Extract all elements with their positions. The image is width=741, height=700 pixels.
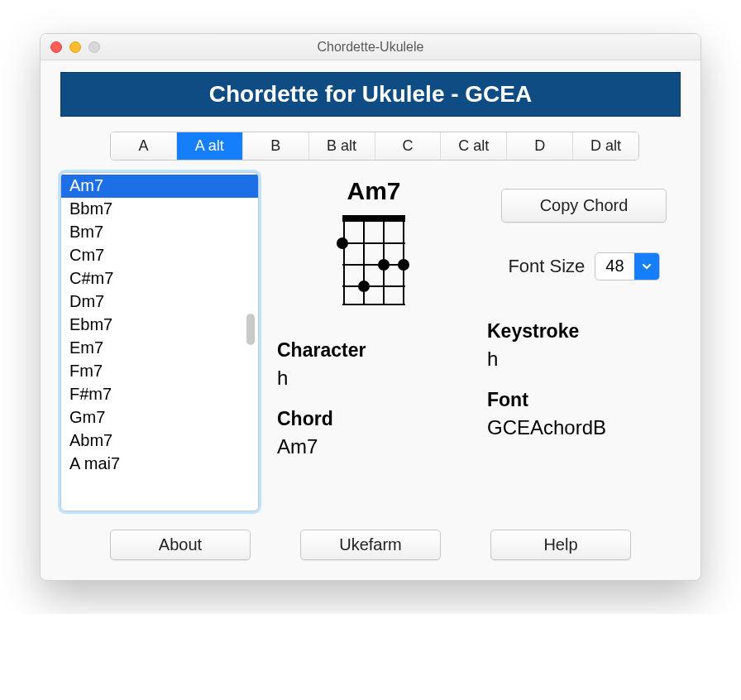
window-title: Chordette-Ukulele (41, 40, 700, 55)
list-item[interactable]: A mai7 (61, 453, 258, 476)
zoom-icon[interactable] (88, 41, 100, 53)
list-item[interactable]: Em7 (61, 337, 258, 360)
tab-d[interactable]: D (507, 132, 573, 160)
font-value: GCEAchordB (487, 416, 681, 439)
list-item[interactable]: Am7 (61, 175, 258, 198)
ukefarm-button[interactable]: Ukefarm (300, 530, 441, 560)
character-label: Character (277, 339, 471, 362)
keystroke-value: h (487, 348, 681, 371)
font-size-row: Font Size 48 (508, 252, 659, 280)
font-size-select[interactable]: 48 (595, 252, 659, 280)
chevron-down-icon (634, 253, 659, 280)
app-banner: Chordette for Ukulele - GCEA (60, 72, 681, 117)
chord-diagram (334, 209, 414, 311)
about-button[interactable]: About (110, 530, 251, 560)
help-button[interactable]: Help (490, 530, 631, 560)
svg-point-10 (378, 259, 390, 271)
list-item[interactable]: Ebm7 (61, 314, 258, 337)
scrollbar-thumb[interactable] (246, 314, 255, 345)
character-value: h (277, 367, 471, 390)
chord-label: Chord (277, 408, 471, 430)
svg-point-11 (398, 259, 409, 271)
svg-rect-0 (342, 215, 405, 222)
chord-tabs: AA altBB altCC altDD alt (110, 132, 639, 161)
close-icon[interactable] (50, 41, 62, 53)
list-item[interactable]: Gm7 (61, 406, 258, 429)
titlebar: Chordette-Ukulele (41, 34, 700, 60)
list-item[interactable]: Bbm7 (61, 198, 258, 221)
window-controls (41, 41, 100, 53)
right-panel: Am7 (277, 172, 681, 511)
minimize-icon[interactable] (69, 41, 81, 53)
tab-c-alt[interactable]: C alt (441, 132, 507, 160)
font-size-value: 48 (595, 253, 633, 280)
list-item[interactable]: Cm7 (61, 244, 258, 267)
chord-value: Am7 (277, 435, 471, 458)
copy-chord-button[interactable]: Copy Chord (501, 189, 667, 223)
tab-a-alt[interactable]: A alt (177, 132, 243, 160)
chord-name-label: Am7 (347, 177, 400, 205)
controls-column: Copy Chord Font Size 48 Keystroke (487, 172, 681, 511)
tab-c[interactable]: C (375, 132, 442, 160)
tab-b[interactable]: B (243, 132, 309, 160)
chord-listbox[interactable]: Am7Bbm7Bm7Cm7C#m7Dm7Ebm7Em7Fm7F#m7Gm7Abm… (60, 172, 259, 511)
app-window: Chordette-Ukulele Chordette for Ukulele … (40, 33, 701, 581)
preview-column: Am7 (277, 172, 471, 511)
tab-b-alt[interactable]: B alt (309, 132, 375, 160)
main-area: Am7Bbm7Bm7Cm7C#m7Dm7Ebm7Em7Fm7F#m7Gm7Abm… (60, 172, 681, 511)
tab-a[interactable]: A (111, 132, 177, 160)
content-area: Chordette for Ukulele - GCEA AA altBB al… (41, 60, 700, 580)
list-item[interactable]: F#m7 (61, 383, 258, 406)
list-item[interactable]: C#m7 (61, 267, 258, 290)
svg-point-12 (358, 280, 370, 292)
list-item[interactable]: Dm7 (61, 290, 258, 314)
list-item[interactable]: Abm7 (61, 429, 258, 453)
list-item[interactable]: Fm7 (61, 360, 258, 383)
tab-d-alt[interactable]: D alt (573, 132, 638, 160)
keystroke-label: Keystroke (487, 320, 681, 343)
svg-point-9 (337, 237, 348, 249)
font-label: Font (487, 389, 681, 411)
bottom-button-row: About Ukefarm Help (60, 530, 681, 560)
list-item[interactable]: Bm7 (61, 221, 258, 244)
font-size-label: Font Size (508, 256, 585, 277)
